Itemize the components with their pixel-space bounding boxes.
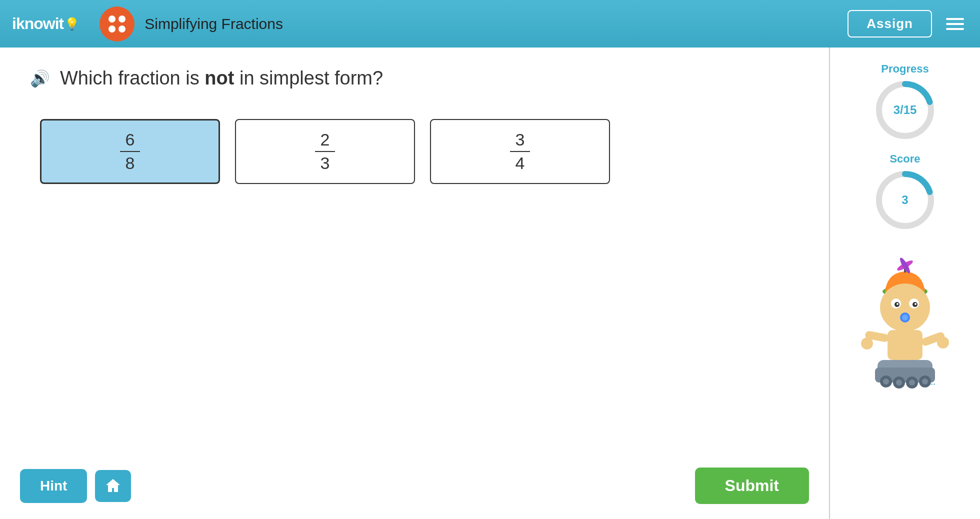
sound-icon[interactable]: 🔊 bbox=[30, 69, 50, 88]
question-text-bold: not bbox=[204, 68, 234, 88]
svg-point-16 bbox=[902, 314, 908, 320]
fraction-2-bar bbox=[315, 151, 335, 152]
score-label: Score bbox=[890, 152, 920, 166]
svg-point-29 bbox=[896, 380, 902, 386]
question-text: Which fraction is not in simplest form? bbox=[60, 68, 383, 89]
lesson-badge bbox=[100, 6, 134, 42]
mascot-area: ↔ bbox=[840, 252, 970, 402]
progress-circle: 3/15 bbox=[872, 78, 938, 142]
content-area: 🔊 Which fraction is not in simplest form… bbox=[0, 48, 830, 519]
logo-text: iknowit bbox=[12, 14, 64, 33]
lesson-title: Simplifying Fractions bbox=[144, 16, 283, 32]
answer-choice-1[interactable]: 6 8 bbox=[40, 119, 220, 184]
logo-area: iknowit 💡 bbox=[12, 14, 80, 33]
progress-section: Progress 3/15 bbox=[872, 62, 938, 142]
svg-point-30 bbox=[909, 380, 915, 386]
fraction-2-numerator: 2 bbox=[320, 130, 330, 150]
svg-point-21 bbox=[937, 336, 949, 348]
progress-label: Progress bbox=[881, 62, 928, 76]
sidebar: Progress 3/15 Score 3 bbox=[830, 48, 980, 519]
score-value: 3 bbox=[902, 193, 908, 207]
submit-button[interactable]: Submit bbox=[695, 468, 809, 504]
svg-point-20 bbox=[861, 338, 873, 350]
fraction-2-denominator: 3 bbox=[320, 154, 330, 173]
answers-row: 6 8 2 3 3 4 bbox=[40, 119, 799, 184]
score-circle: 3 bbox=[872, 168, 938, 232]
fraction-1: 6 8 bbox=[120, 130, 140, 173]
question-text-after: in simplest form? bbox=[234, 68, 383, 88]
logo-bulb-icon: 💡 bbox=[64, 17, 80, 31]
fraction-3-bar bbox=[510, 151, 530, 152]
svg-point-14 bbox=[914, 303, 916, 305]
answer-choice-3[interactable]: 3 4 bbox=[430, 119, 610, 184]
menu-button[interactable] bbox=[942, 14, 968, 34]
hint-button[interactable]: Hint bbox=[20, 469, 87, 503]
fraction-1-bar bbox=[120, 151, 140, 152]
progress-value: 3/15 bbox=[894, 103, 917, 117]
bottom-bar: Hint Submit bbox=[20, 468, 809, 504]
svg-point-28 bbox=[883, 378, 889, 384]
mascot-icon: ↔ bbox=[850, 258, 960, 398]
fraction-1-denominator: 8 bbox=[126, 154, 135, 173]
svg-text:↔: ↔ bbox=[929, 380, 937, 388]
fraction-1-numerator: 6 bbox=[126, 130, 135, 150]
svg-point-31 bbox=[922, 378, 928, 384]
dice-icon bbox=[104, 12, 130, 36]
header: iknowit 💡 Simplifying Fractions Assign bbox=[0, 0, 980, 48]
menu-line-1 bbox=[946, 18, 964, 20]
svg-rect-17 bbox=[888, 330, 922, 360]
svg-point-8 bbox=[880, 284, 930, 332]
question-header: 🔊 Which fraction is not in simplest form… bbox=[30, 68, 799, 89]
header-right: Assign bbox=[848, 10, 968, 38]
svg-point-13 bbox=[896, 303, 898, 305]
fraction-3: 3 4 bbox=[510, 130, 530, 173]
menu-line-2 bbox=[946, 23, 964, 25]
fraction-3-denominator: 4 bbox=[516, 154, 525, 173]
assign-button[interactable]: Assign bbox=[848, 10, 932, 38]
main-area: 🔊 Which fraction is not in simplest form… bbox=[0, 48, 980, 519]
menu-line-3 bbox=[946, 28, 964, 30]
answer-choice-2[interactable]: 2 3 bbox=[235, 119, 415, 184]
fraction-3-numerator: 3 bbox=[516, 130, 525, 150]
home-icon bbox=[104, 477, 122, 495]
fraction-2: 2 3 bbox=[315, 130, 335, 173]
home-button[interactable] bbox=[95, 470, 131, 502]
question-text-before: Which fraction is bbox=[60, 68, 204, 88]
score-section: Score 3 bbox=[872, 152, 938, 232]
